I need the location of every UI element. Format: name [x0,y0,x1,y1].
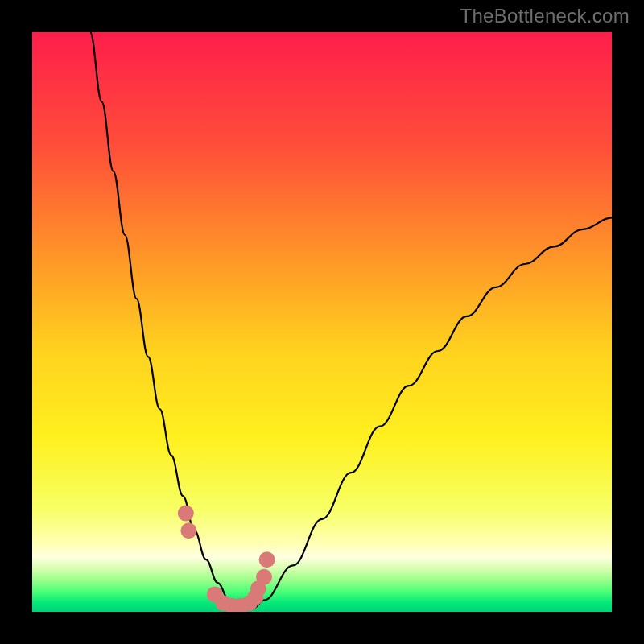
watermark-text: TheBottleneck.com [460,5,630,27]
highlight-dots-group [178,506,275,612]
highlight-dot [259,551,275,568]
plot-area [32,32,612,612]
highlight-dot [256,569,272,585]
chart-svg [32,32,612,612]
highlight-dot [180,522,196,539]
chart-frame: TheBottleneck.com [0,0,644,644]
highlight-dot [178,506,194,522]
bottleneck-curve [90,32,612,609]
